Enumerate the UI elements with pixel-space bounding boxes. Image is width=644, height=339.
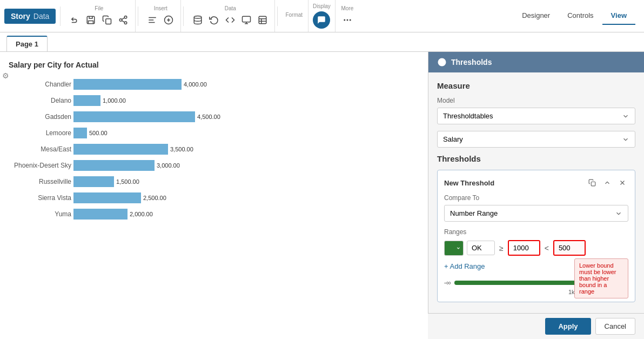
refresh-icon[interactable] (207, 14, 220, 26)
right-tabs: Designer Controls View (513, 7, 635, 25)
bar-row: Gadsden 4,500.00 (73, 110, 419, 123)
undo-icon[interactable] (68, 14, 81, 26)
compare-dropdown[interactable]: Number Range (444, 205, 628, 222)
bar-chart: Chandler 4,000.00 Delano 1,000.00 Gadsde… (9, 76, 419, 221)
thresholds-icon (437, 57, 447, 67)
svg-rect-1 (106, 19, 111, 24)
cancel-button[interactable]: Cancel (595, 318, 635, 335)
story-tab[interactable]: Story (11, 12, 30, 21)
bar[interactable] (73, 128, 87, 138)
display-chat-icon[interactable] (313, 11, 330, 29)
bar-value: 2,000.00 (130, 211, 153, 217)
bar[interactable] (73, 79, 182, 90)
threshold-close-btn[interactable] (616, 177, 628, 189)
bar-row: Sierra Vista 2,500.00 (73, 191, 419, 204)
lower-bound-input[interactable] (508, 240, 540, 256)
bar[interactable] (73, 144, 168, 155)
share-icon[interactable] (117, 14, 130, 26)
toolbar-divider-1 (60, 6, 61, 26)
bar[interactable] (73, 192, 141, 203)
toolbar-section-insert: Insert (140, 0, 181, 32)
bar-label: Russellville (9, 178, 71, 185)
swatch-chevron (456, 245, 461, 251)
display-icon[interactable] (240, 14, 253, 26)
bar-value: 1,000.00 (103, 97, 126, 104)
threshold-up-btn[interactable] (601, 177, 613, 189)
bar-value: 4,500.00 (197, 114, 220, 120)
tab-controls[interactable]: Controls (559, 7, 602, 25)
display-section-label: Display (313, 3, 331, 9)
toolbar-divider-2 (138, 6, 138, 26)
add-range-btn[interactable]: + Add Range (444, 262, 485, 270)
ranges-label: Ranges (444, 228, 628, 236)
gte-symbol: ≥ (498, 244, 505, 252)
right-panel: Thresholds Measure Model Thresholdtables… (428, 52, 644, 339)
data-tab[interactable]: Data (33, 12, 50, 21)
bar-value: 3,000.00 (157, 162, 180, 169)
lt-symbol: < (544, 244, 550, 252)
bar-value: 500.00 (89, 130, 108, 136)
app-title: Story Data (4, 9, 56, 24)
add-icon[interactable] (162, 14, 175, 26)
svg-line-5 (122, 21, 125, 22)
model-dropdown[interactable]: Thresholdtables (437, 108, 635, 124)
svg-point-21 (344, 19, 345, 21)
more-label: More (341, 5, 353, 11)
chart-settings-icon[interactable]: ⚙ (2, 71, 9, 80)
svg-point-3 (120, 19, 123, 22)
threshold-card-header: New Threshold (444, 177, 628, 189)
page-1-tab[interactable]: Page 1 (6, 36, 48, 51)
toolbar-divider-4 (277, 6, 278, 26)
add-range-label: + Add Range (444, 262, 485, 270)
bar-row: Chandler 4,000.00 (73, 78, 419, 91)
svg-rect-27 (591, 182, 595, 186)
tab-designer[interactable]: Designer (513, 7, 559, 25)
chart-area: Salary per City for Actual ⚙ Chandler 4,… (0, 52, 428, 339)
color-swatch-inner (447, 243, 456, 253)
bar-value: 1,500.00 (116, 178, 139, 185)
bar[interactable] (73, 160, 155, 171)
tab-view[interactable]: View (602, 7, 635, 25)
apply-button[interactable]: Apply (545, 318, 591, 335)
data-icon[interactable] (191, 14, 204, 26)
format-label: Format (285, 12, 303, 18)
bar[interactable] (73, 209, 128, 220)
bar[interactable] (73, 111, 195, 122)
more-icon[interactable] (341, 14, 354, 26)
bar-label: Delano (9, 97, 71, 104)
model-dropdown-chevron (622, 112, 629, 120)
toolbar-section-data: Data (186, 0, 275, 32)
svg-line-6 (122, 18, 125, 19)
model-dropdown-value: Thresholdtables (443, 112, 493, 120)
model-label: Model (437, 97, 635, 104)
salary-dropdown[interactable]: Salary (437, 131, 635, 148)
bar-value: 2,500.00 (143, 195, 166, 201)
code-icon[interactable] (224, 14, 237, 26)
svg-point-23 (350, 19, 351, 21)
align-left-icon[interactable] (146, 14, 159, 26)
table-icon[interactable] (256, 14, 269, 26)
bar-row: Lemoore 500.00 (73, 127, 419, 139)
toolbar-divider-3 (183, 6, 184, 26)
bar-label: Phoenix-Desert Sky (9, 162, 71, 169)
color-swatch[interactable] (444, 241, 464, 256)
salary-dropdown-value: Salary (443, 135, 463, 143)
bar[interactable] (73, 176, 114, 187)
data-label: Data (225, 5, 236, 11)
panel-content: Measure Model Thresholdtables Salary Thr… (428, 72, 644, 339)
compare-dropdown-chevron (615, 210, 622, 217)
bar-row: Phoenix-Desert Sky 3,000.00 (73, 159, 419, 172)
threshold-copy-btn[interactable] (586, 177, 598, 189)
page-tabs-bar: Page 1 (0, 32, 644, 52)
bar-row: Yuma 2,000.00 (73, 208, 419, 221)
compare-dropdown-value: Number Range (450, 209, 498, 217)
salary-dropdown-chevron (622, 136, 629, 143)
save-icon[interactable] (84, 14, 97, 26)
bar-value: 3,500.00 (170, 146, 193, 152)
bar[interactable] (73, 95, 100, 106)
copy-icon[interactable] (100, 14, 113, 26)
threshold-card: New Threshold Compare To (437, 170, 635, 302)
error-tooltip: Lower bound must be lower than higher bo… (574, 258, 628, 298)
upper-bound-input[interactable] (553, 240, 586, 256)
range-label-input[interactable] (467, 241, 495, 255)
